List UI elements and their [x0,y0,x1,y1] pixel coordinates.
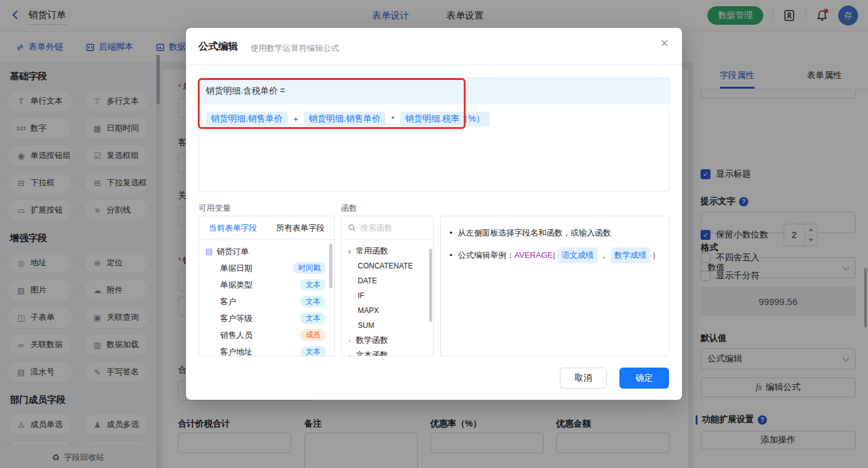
function-search-input[interactable] [360,223,422,232]
function-group[interactable]: ›文本函数 [342,348,433,356]
example-field-chip: 数学成绩 [611,247,650,263]
modal-subtitle: 使用数学运算符编辑公式 [250,43,339,54]
hint-line-1: • 从左侧面板选择字段名和函数，或输入函数 [450,226,660,240]
formula-operator: * [391,114,394,124]
formula-expression[interactable]: 销货明细.销售单价+销货明细.销售单价*销货明细.税率（%） [199,104,669,134]
cancel-button[interactable]: 取消 [560,368,607,389]
formula-editor-modal: 公式编辑 使用数学运算符编辑公式 × 销货明细.含税单价 = 销货明细.销售单价… [186,28,682,400]
variable-row[interactable]: 单据类型文本 [199,276,334,293]
variable-name: 销售人员 [220,330,252,341]
function-tree: ∨常用函数CONCATENATEDATEIFMAPXSUM›数学函数›文本函数 [342,240,433,356]
modal-title: 公式编辑 [198,40,238,53]
variable-row[interactable]: 单据日期时间戳 [199,260,334,276]
app-screen: 销货订单 表单设计 表单设置 数据管理 存 表单外链后端脚本数据权 预览 保存 [0,0,868,468]
caret-right-icon: › [347,337,353,344]
variable-type-badge: 时间戳 [293,262,326,274]
function-item[interactable]: MAPX [342,303,433,318]
document-icon: ▤ [205,247,213,256]
variable-row[interactable]: 客户等级文本 [199,310,334,327]
variable-name: 客户地址 [220,347,252,357]
functions-scrollbar[interactable] [429,249,432,322]
functions-panel-label: 函数 [341,203,357,214]
variable-name: 单据日期 [220,263,252,274]
variable-row[interactable]: 客户地址文本 [199,343,334,356]
function-item[interactable]: DATE [342,273,433,288]
variable-type-badge: 成员 [300,329,326,341]
variable-name: 单据类型 [220,280,252,291]
variable-name: 客户 [220,296,236,307]
formula-field-chip[interactable]: 销货明细.销售单价 [304,112,386,126]
example-function-close: ) [653,249,655,262]
formula-editor-area[interactable]: 销货明细.含税单价 = 销货明细.销售单价+销货明细.销售单价*销货明细.税率（… [198,77,670,192]
variable-type-badge: 文本 [300,296,326,307]
variable-type-badge: 文本 [300,312,326,324]
formula-hints-panel: • 从左侧面板选择字段名和函数，或输入函数 • 公式编辑举例： AVERAGE(… [440,216,670,356]
modal-header-divider [186,64,682,64]
confirm-button[interactable]: 确定 [619,368,669,389]
variables-tabs: 当前表单字段 所有表单字段 [199,216,334,240]
example-function-open: AVERAGE( [515,249,556,262]
function-search-box[interactable] [342,216,433,240]
hint-line-2: • 公式编辑举例： AVERAGE( 语文成绩 ， 数学成绩 ) [450,247,660,263]
function-item[interactable]: SUM [342,318,433,333]
variable-type-badge: 文本 [300,279,326,291]
variable-name: 客户等级 [220,313,252,324]
function-group[interactable]: ›数学函数 [342,333,433,348]
bullet: • [450,249,453,262]
formula-field-chip[interactable]: 销货明细.销售单价 [206,112,288,126]
function-item[interactable]: CONCATENATE [342,258,433,273]
function-group[interactable]: ∨常用函数 [342,244,433,258]
caret-right-icon: › [347,352,353,357]
formula-field-chip[interactable]: 销货明细.税率（%） [400,112,489,126]
close-icon[interactable]: × [660,37,668,50]
formula-target: 销货明细.含税单价 = [199,78,669,104]
variable-row[interactable]: 客户文本 [199,293,334,310]
variables-scrollbar[interactable] [329,244,332,288]
example-field-chip: 语文成绩 [558,247,598,263]
bullet: • [450,226,453,240]
variable-row[interactable]: 销售人员成员 [199,327,334,343]
variables-panel: 当前表单字段 所有表单字段 ▤ 销货订单 单据日期时间戳单据类型文本客户文本客户… [198,216,335,356]
tab-current-form-fields[interactable]: 当前表单字段 [199,216,267,239]
root-form-name: 销货订单 [216,246,249,257]
variables-panel-label: 可用变量 [198,203,231,214]
variable-type-badge: 文本 [300,346,326,356]
tab-all-form-fields[interactable]: 所有表单字段 [267,216,334,239]
function-group-name: 文本函数 [356,350,388,356]
function-group-name: 数学函数 [356,335,388,346]
search-icon [348,224,356,232]
variables-tree-root[interactable]: ▤ 销货订单 [199,243,334,260]
function-group-name: 常用函数 [356,245,388,257]
formula-operator: + [293,114,298,124]
functions-panel: ∨常用函数CONCATENATEDATEIFMAPXSUM›数学函数›文本函数 [341,216,434,356]
function-item[interactable]: IF [342,288,433,303]
caret-down-icon: ∨ [347,248,353,255]
